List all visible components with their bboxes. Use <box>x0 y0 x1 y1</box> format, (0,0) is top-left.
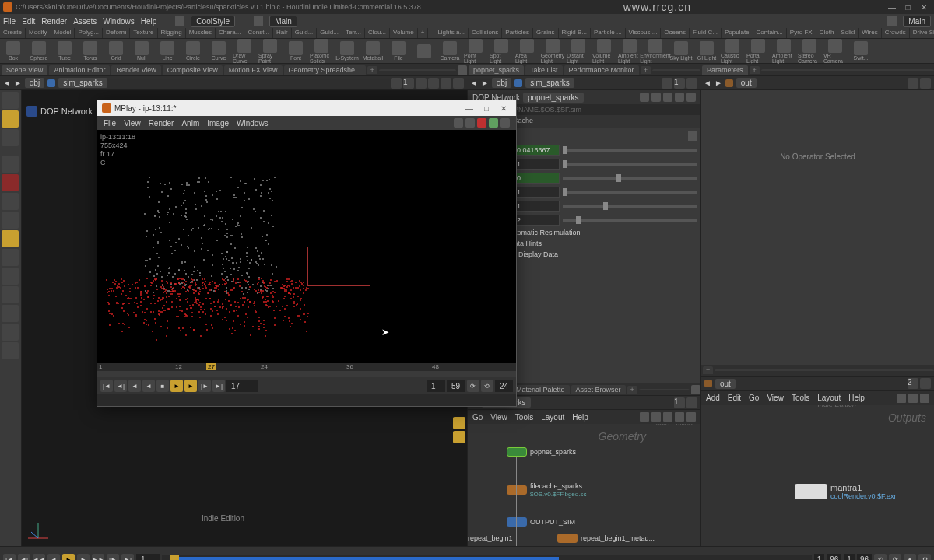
shelf-tab[interactable]: Cloth <box>816 28 838 38</box>
shelf-tab[interactable]: Fluid C... <box>690 28 722 38</box>
path-opt[interactable] <box>686 397 697 408</box>
param-substeps[interactable]: 1 <box>513 159 560 170</box>
path-opt[interactable]: 1 <box>674 397 685 408</box>
shelf-tool[interactable]: GI Light <box>695 41 718 61</box>
shelf-tool[interactable]: Point Light <box>464 39 487 64</box>
shelf-tool[interactable]: Caustic Light <box>721 39 744 64</box>
tool[interactable] <box>2 249 19 266</box>
shelf-tab[interactable]: Wires <box>859 28 881 38</box>
tab-perfmon[interactable]: Performance Monitor <box>564 65 639 75</box>
shelf-tool[interactable]: Portal Light <box>746 39 770 64</box>
play-rev-button[interactable]: ◄◄ <box>33 554 45 561</box>
param-loops[interactable]: 2 <box>513 215 560 226</box>
path-opt[interactable] <box>920 378 931 389</box>
tool[interactable] <box>2 230 19 247</box>
menu-help[interactable]: Help <box>141 17 157 26</box>
timeline-cursor[interactable]: 27 <box>206 363 216 370</box>
slider[interactable] <box>563 219 697 222</box>
view-tool[interactable] <box>2 92 19 109</box>
shelf-tab[interactable]: Rigging <box>158 28 186 38</box>
realtime-icon[interactable]: ⟳ <box>467 380 479 392</box>
mplay-minimize[interactable]: — <box>462 104 477 113</box>
param-timestep[interactable]: 0.0416667 <box>513 145 560 156</box>
loop-icon[interactable]: ⟲ <box>874 554 887 561</box>
param-frame[interactable]: 1 <box>513 187 560 198</box>
display-opt-icon[interactable] <box>453 417 465 429</box>
shelf-tab[interactable]: Lights a... <box>434 28 469 38</box>
path-opt-icon[interactable]: 1 <box>403 78 414 89</box>
shelf-tool[interactable]: Spot Light <box>490 39 513 64</box>
slider[interactable] <box>563 191 697 194</box>
path-seg[interactable]: out <box>736 78 757 88</box>
mplay-titlebar[interactable]: MPlay - ip-13:11:* — □ ✕ <box>97 100 516 116</box>
tab-plus[interactable]: + <box>703 366 713 374</box>
mplay-menu-image[interactable]: Image <box>207 119 229 128</box>
shelf-tool[interactable]: Distant Light <box>567 39 590 64</box>
nx-tab[interactable]: Asset Browser <box>571 385 626 394</box>
shelf-tab[interactable]: Modify <box>26 28 51 38</box>
tool[interactable] <box>2 286 19 303</box>
path-opt-icon[interactable] <box>416 78 427 89</box>
network-view-right[interactable]: Outputs Indie Edition mantra1coolRender.… <box>701 405 934 547</box>
nx-icon[interactable] <box>675 412 684 422</box>
shelf-tab[interactable]: Polyg... <box>75 28 103 38</box>
tab-parameters[interactable]: Parameters <box>702 65 748 75</box>
path-seg[interactable]: obj <box>25 78 44 88</box>
shelf-tab[interactable]: Particle ... <box>591 28 626 38</box>
gear-icon[interactable] <box>640 93 649 102</box>
menu-edit[interactable]: Edit <box>22 17 35 26</box>
path-opt-icon[interactable] <box>686 78 697 89</box>
node-repeat2[interactable]: repeat_begin1_metad... <box>557 534 655 543</box>
tab-motionfx[interactable]: Motion FX View <box>224 65 283 75</box>
tab-takelist[interactable]: Take List <box>525 65 563 75</box>
key-icon[interactable]: ● <box>904 554 916 561</box>
step-back-button[interactable]: ◄ <box>47 554 60 561</box>
shelf-tab[interactable]: Hair <box>273 28 292 38</box>
pane-opt-icon[interactable] <box>691 385 700 394</box>
stop-button[interactable]: ■ <box>156 380 169 392</box>
shelf-tab[interactable]: Contain... <box>753 28 787 38</box>
nx-icon[interactable] <box>908 394 918 403</box>
shelf-tool[interactable]: Sky Light <box>669 41 693 61</box>
nxmenu-help[interactable]: Help <box>848 394 865 402</box>
shelf-tab[interactable]: Model <box>51 28 75 38</box>
tab-render-view[interactable]: Render View <box>111 65 160 75</box>
param-ttime[interactable]: 0 <box>513 173 560 184</box>
shelf-tool[interactable]: Environment Light <box>644 39 667 64</box>
back-icon[interactable]: ◄ <box>704 79 711 87</box>
shelf-tool[interactable]: Platonic Solids <box>310 39 333 64</box>
shelf-tool[interactable]: File <box>387 41 410 61</box>
nx-tab[interactable]: Material Palette <box>511 385 570 394</box>
node-popnet[interactable]: popnet_sparks <box>507 447 576 457</box>
shelf-tab[interactable]: Rigid B... <box>559 28 591 38</box>
pin-icon[interactable] <box>662 78 672 89</box>
nx-icon[interactable] <box>640 412 649 422</box>
select-tool[interactable] <box>2 110 19 128</box>
tab-geosheet[interactable]: Geometry Spreadshe... <box>284 65 366 75</box>
path-seg[interactable]: obj <box>492 78 511 88</box>
step-fwd-button[interactable]: ► <box>77 554 90 561</box>
path-opt-icon[interactable] <box>441 78 451 89</box>
nx-icon[interactable] <box>651 412 661 422</box>
first-frame-button[interactable]: |◄ <box>100 380 113 392</box>
path-seg[interactable]: sim_sparks <box>58 78 107 88</box>
range-field[interactable]: 1 <box>844 554 855 560</box>
flag-icon[interactable] <box>651 93 661 102</box>
shelf-tab[interactable]: Guid... <box>292 28 318 38</box>
info-icon[interactable] <box>686 93 696 102</box>
nxmenu-tools[interactable]: Tools <box>792 394 809 402</box>
shelf-tab[interactable]: Viscous ... <box>626 28 662 38</box>
search-icon[interactable] <box>663 93 672 102</box>
loop-icon[interactable]: ⟲ <box>481 380 493 392</box>
mplay-fps[interactable]: 24 <box>495 380 513 392</box>
node-output[interactable]: OUTPUT_SIM <box>507 517 575 527</box>
tab-popnet[interactable]: popnet_sparks <box>469 65 524 75</box>
shelf-tab[interactable]: Oceans <box>661 28 690 38</box>
fwd-icon[interactable]: ► <box>14 79 22 87</box>
layout-dropdown-right[interactable]: Main <box>903 16 931 27</box>
prev-key-button[interactable]: ◄| <box>18 554 30 561</box>
tool[interactable] <box>2 268 19 285</box>
shelf-tab[interactable]: Grains <box>533 28 559 38</box>
shelf-tab[interactable]: Solid <box>837 28 859 38</box>
current-frame-field[interactable]: 1 <box>136 554 160 560</box>
